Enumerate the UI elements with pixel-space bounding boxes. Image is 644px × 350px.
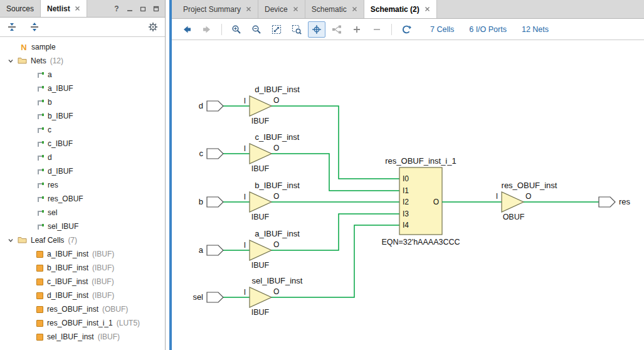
ibuf-cell-d[interactable]: I d_IBUF_inst O IBUF [244, 85, 300, 125]
left-panel-tabbar: Sources Netlist ? [0, 0, 165, 18]
tab-netlist-label: Netlist [47, 4, 70, 13]
pin-label: I [244, 144, 246, 153]
tree-net-item[interactable]: res_OBUF [0, 192, 165, 206]
net-icon [36, 209, 44, 216]
input-port-a[interactable]: a [199, 245, 223, 255]
close-icon[interactable] [425, 5, 430, 14]
tab-schematic-2[interactable]: Schematic (2) [364, 0, 437, 18]
net-icon [36, 126, 44, 134]
close-icon[interactable] [293, 5, 298, 14]
pin-label: I [244, 97, 246, 105]
lut-equation: EQN=32'hAAAA3CCC [381, 238, 460, 247]
tab-schematic[interactable]: Schematic [305, 0, 364, 18]
cell-name: b_IBUF_inst [255, 181, 300, 190]
chevron-down-icon[interactable] [8, 237, 14, 243]
tree-net-item[interactable]: d [0, 151, 165, 164]
collapse-all-icon[interactable] [6, 21, 18, 33]
zoom-fit-icon[interactable] [268, 21, 285, 38]
port-label: sel [193, 292, 203, 302]
maximize-icon[interactable] [152, 5, 160, 13]
tree-net-item[interactable]: d_IBUF [0, 164, 165, 178]
tree-group-leaf-cells[interactable]: Leaf Cells (7) [0, 233, 165, 247]
nets-count-link[interactable]: 12 Nets [522, 25, 549, 34]
tab-sources[interactable]: Sources [0, 0, 41, 17]
ibuf-cell-b[interactable]: I b_IBUF_inst O IBUF [244, 181, 300, 221]
ibuf-cell-c[interactable]: I c_IBUF_inst O IBUF [244, 132, 300, 173]
close-icon[interactable] [352, 5, 357, 14]
zoom-out-icon[interactable] [248, 21, 265, 38]
toolbar-separator [391, 24, 392, 35]
netlist-tree: N sample Nets (12) a a_IBUF b b_IBUF c c… [0, 37, 165, 350]
close-icon[interactable] [246, 5, 251, 14]
tree-cell-item[interactable]: c_IBUF_inst(IBUF) [0, 275, 165, 289]
settings-gear-icon[interactable] [147, 21, 159, 33]
tab-device[interactable]: Device [258, 0, 305, 18]
cell-name: res_OBUF_inst_i_1 [385, 156, 456, 166]
input-port-c[interactable]: c [199, 149, 224, 159]
lut5-cell[interactable]: res_OBUF_inst_i_1 I0 I1 I2 I3 I4 O EQN=3… [381, 156, 460, 247]
tree-net-item[interactable]: sel [0, 206, 165, 220]
input-port-d[interactable]: d [199, 101, 223, 111]
tree-cell-item[interactable]: a_IBUF_inst(IBUF) [0, 247, 165, 261]
add-to-schematic-icon[interactable] [348, 21, 366, 38]
output-port-res[interactable]: res [599, 197, 631, 207]
ibuf-cell-sel[interactable]: I sel_IBUF_inst O IBUF [244, 276, 303, 317]
pin-label: I [244, 241, 246, 250]
close-icon[interactable] [75, 4, 80, 13]
float-icon[interactable] [139, 5, 147, 13]
expand-all-icon[interactable] [28, 21, 41, 33]
help-icon[interactable]: ? [113, 5, 120, 13]
tree-cell-item[interactable]: d_IBUF_inst(IBUF) [0, 289, 165, 302]
chevron-down-icon[interactable] [8, 58, 14, 64]
schematic-panel: Project Summary Device Schematic Schemat… [172, 0, 644, 350]
tree-root-sample[interactable]: N sample [0, 40, 165, 54]
tree-net-item[interactable]: res [0, 178, 165, 192]
cell-name: c_IBUF_inst [255, 132, 300, 142]
obuf-cell[interactable]: I res_OBUF_inst O OBUF [496, 181, 557, 221]
net-wire[interactable] [272, 106, 399, 179]
expand-cone-icon[interactable] [328, 21, 346, 38]
pin-label: I [496, 192, 498, 201]
remove-from-schematic-icon[interactable] [368, 21, 386, 38]
ibuf-cell-a[interactable]: I a_IBUF_inst O IBUF [244, 229, 300, 270]
cell-type: IBUF [251, 308, 270, 317]
input-port-b[interactable]: b [199, 197, 223, 207]
net-icon [36, 98, 44, 106]
net-icon [36, 154, 44, 161]
tree-net-item[interactable]: a_IBUF [0, 82, 165, 95]
tab-netlist[interactable]: Netlist [41, 0, 87, 17]
tree-net-item[interactable]: c_IBUF [0, 137, 165, 151]
forward-icon[interactable] [198, 21, 216, 38]
pin-label: I4 [403, 221, 409, 230]
tree-net-item[interactable]: b_IBUF [0, 109, 165, 123]
tree-cell-item[interactable]: res_OBUF_inst(OBUF) [0, 302, 165, 316]
tree-cell-item[interactable]: res_OBUF_inst_i_1(LUT5) [0, 316, 165, 330]
cell-icon [36, 278, 43, 285]
tab-sources-label: Sources [6, 4, 34, 13]
input-port-sel[interactable]: sel [193, 292, 223, 302]
cell-type: OBUF [503, 213, 525, 221]
tab-project-summary[interactable]: Project Summary [177, 0, 258, 18]
zoom-selection-icon[interactable] [288, 21, 305, 38]
io-ports-count-link[interactable]: 6 I/O Ports [469, 25, 507, 34]
net-icon [36, 140, 44, 147]
zoom-in-icon[interactable] [228, 21, 245, 38]
cell-name: sel_IBUF_inst [252, 276, 303, 285]
regenerate-icon[interactable] [398, 21, 415, 38]
cell-icon [36, 334, 43, 341]
tree-cell-item[interactable]: sel_IBUF_inst(IBUF) [0, 330, 165, 344]
cells-count-link[interactable]: 7 Cells [430, 25, 454, 34]
schematic-canvas[interactable]: d I d_IBUF_inst O IBUF c [172, 40, 644, 350]
pin-label: O [273, 240, 279, 249]
tree-net-item[interactable]: sel_IBUF [0, 220, 165, 233]
tree-cell-item[interactable]: b_IBUF_inst(IBUF) [0, 261, 165, 275]
back-icon[interactable] [178, 21, 196, 38]
tree-net-item[interactable]: b [0, 95, 165, 109]
tree-net-item[interactable]: c [0, 123, 165, 137]
pin-label: I1 [403, 186, 409, 195]
net-icon [36, 195, 44, 203]
autofit-selection-icon[interactable] [308, 21, 325, 38]
tree-group-nets[interactable]: Nets (12) [0, 54, 165, 68]
tree-net-item[interactable]: a [0, 68, 165, 82]
minimize-icon[interactable] [126, 5, 134, 13]
